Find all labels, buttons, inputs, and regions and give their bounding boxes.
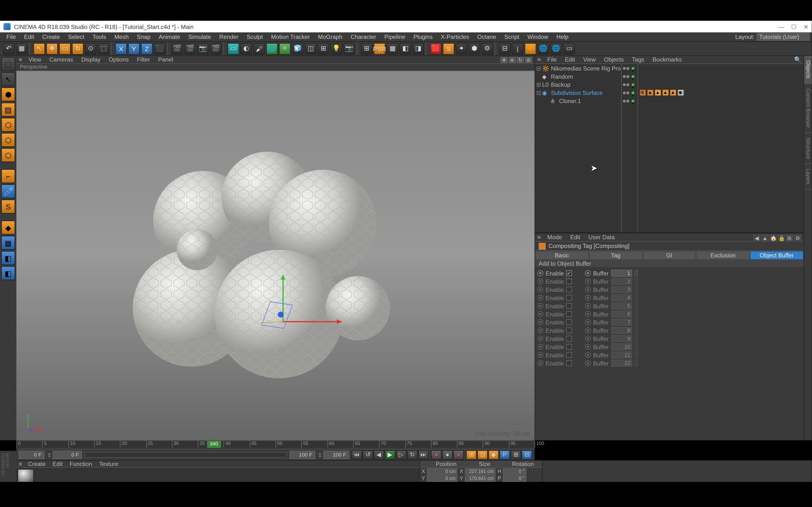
axis-x-button[interactable]: X xyxy=(115,43,127,54)
keymode-6-button[interactable]: ⊟ xyxy=(522,450,532,460)
last-tool[interactable]: ⊙ xyxy=(85,43,96,54)
axis-y-button[interactable]: Y xyxy=(128,43,140,54)
render-view-button[interactable]: 🎬 xyxy=(171,43,183,54)
obj-search-icon[interactable]: 🔍 xyxy=(794,56,801,63)
attr-tab-gi[interactable]: GI xyxy=(643,251,696,260)
mat-menu-create[interactable]: Create xyxy=(24,461,49,467)
obj-menu-tags[interactable]: Tags xyxy=(628,56,648,63)
buffer-enable-checkbox[interactable] xyxy=(566,295,572,300)
buffer-id-radio[interactable] xyxy=(585,320,591,325)
buffer-id-radio[interactable] xyxy=(585,278,591,284)
right-tab-structure[interactable]: Structure xyxy=(804,133,812,164)
buffer-enable-radio[interactable] xyxy=(538,336,543,341)
buffer-enable-checkbox[interactable] xyxy=(566,270,572,276)
buffer-spinner[interactable] xyxy=(635,311,638,318)
menu-sculpt[interactable]: Sculpt xyxy=(243,34,267,40)
buffer-id-field[interactable] xyxy=(611,270,632,277)
axis-z-button[interactable]: Z xyxy=(141,43,152,54)
tree-vis-toggle[interactable]: ✓ xyxy=(621,80,637,89)
render-pv-button[interactable]: 📷 xyxy=(197,43,209,54)
buffer-enable-checkbox[interactable] xyxy=(566,352,572,358)
deformer-button[interactable]: ⚛ xyxy=(279,43,291,54)
buffer-id-field[interactable] xyxy=(611,343,632,350)
tree-item-random[interactable]: ◆Random xyxy=(535,72,621,80)
coord-system-button[interactable]: ⬛ xyxy=(154,43,165,54)
menu-edit[interactable]: Edit xyxy=(20,34,39,40)
buffer-enable-radio[interactable] xyxy=(538,311,543,317)
prev-key-button[interactable]: ↺ xyxy=(362,450,373,460)
buffer-id-field[interactable] xyxy=(611,278,632,285)
lt-snap-button[interactable]: S xyxy=(1,200,15,214)
menu-render[interactable]: Render xyxy=(215,34,242,40)
buffer-id-field[interactable] xyxy=(611,286,632,293)
buffer-id-radio[interactable] xyxy=(585,336,591,341)
timeline[interactable]: 0510152025303540455055606570758085909510… xyxy=(16,440,535,450)
pos-x-field[interactable] xyxy=(427,468,457,475)
attr-tab-object-buffer[interactable]: Object Buffer xyxy=(750,251,804,260)
menu-animate[interactable]: Animate xyxy=(155,34,185,40)
next-key-button[interactable]: ↻ xyxy=(407,450,418,460)
tree-item-cloner-1[interactable]: ⋔Cloner.1 xyxy=(535,97,621,105)
buffer-id-radio[interactable] xyxy=(585,352,591,358)
frame-start-field[interactable] xyxy=(18,451,44,459)
menu-mograph[interactable]: MoGraph xyxy=(314,34,347,40)
keymode-5-button[interactable]: ⊞ xyxy=(511,450,521,460)
buffer-enable-checkbox[interactable] xyxy=(566,328,572,333)
buffer-enable-checkbox[interactable] xyxy=(566,320,572,325)
buffer-enable-radio[interactable] xyxy=(538,352,543,358)
vp-layout-icon[interactable]: ⊞ xyxy=(525,57,532,62)
obj-menu-view[interactable]: View xyxy=(579,56,600,63)
lt-mesh-mode[interactable]: ▨ xyxy=(1,103,15,117)
frame-current-field[interactable] xyxy=(53,451,82,459)
obj-menu-file[interactable]: File xyxy=(543,56,561,63)
mograph-button[interactable]: ⊞ xyxy=(317,43,329,54)
buffer-id-radio[interactable] xyxy=(585,360,591,366)
attr-tab-basic[interactable]: Basic xyxy=(535,251,589,260)
attr-menu-mode[interactable]: Mode xyxy=(543,234,566,240)
lt-model-mode[interactable]: ⬚ xyxy=(1,57,15,71)
key-button-1[interactable]: ▦ xyxy=(387,43,398,54)
tree-item-nikomedias-scene-rig-pro[interactable]: ⊟🔆Nikomedias Scene Rig Pro xyxy=(535,64,621,72)
panel-button-5[interactable]: 🌐 xyxy=(550,43,562,54)
vp-menu-panel[interactable]: Panel xyxy=(154,56,177,63)
rotate-tool[interactable]: ↻ xyxy=(72,43,84,54)
obj-menu-objects[interactable]: Objects xyxy=(600,56,628,63)
tree-vis-toggle[interactable]: ✓ xyxy=(621,72,637,80)
buffer-enable-checkbox[interactable] xyxy=(566,303,572,309)
buffer-enable-checkbox[interactable] xyxy=(566,344,572,350)
object-tag-icon[interactable]: ▲ xyxy=(669,89,676,96)
menu-file[interactable]: File xyxy=(2,34,20,40)
buffer-enable-radio[interactable] xyxy=(538,303,543,309)
attr-menu-userdata[interactable]: User Data xyxy=(585,234,619,240)
right-tab-objects[interactable]: Objects xyxy=(804,56,812,83)
key-button-2[interactable]: ◧ xyxy=(400,43,411,54)
object-tree[interactable]: ⊟🔆Nikomedias Scene Rig Pro◆Random⊞L0Back… xyxy=(535,64,804,233)
tree-vis-toggle[interactable]: ✓ xyxy=(621,89,637,97)
minimize-button[interactable]: — xyxy=(778,23,784,30)
camera-button[interactable]: 📷 xyxy=(343,43,355,54)
frame-end-field[interactable] xyxy=(290,451,315,459)
vp-pan-icon[interactable]: ✥ xyxy=(501,57,508,62)
buffer-id-radio[interactable] xyxy=(585,287,591,292)
maximize-button[interactable]: ☐ xyxy=(791,23,797,30)
lt-grid-button[interactable]: ▦ xyxy=(1,236,15,250)
lt-poly-mode[interactable]: ⬡ xyxy=(1,148,15,162)
keymode-2-button[interactable]: ⊡ xyxy=(477,450,488,460)
pos-y-field[interactable] xyxy=(427,475,457,482)
buffer-spinner[interactable] xyxy=(635,351,638,358)
psr-rec-button[interactable]: PSR xyxy=(373,43,385,54)
hex-button[interactable]: ⬢ xyxy=(468,43,480,54)
lt-workplane-button[interactable]: ◆ xyxy=(1,221,15,235)
buffer-id-radio[interactable] xyxy=(585,311,591,317)
buffer-id-radio[interactable] xyxy=(585,344,591,350)
menu-mesh[interactable]: Mesh xyxy=(110,34,133,40)
buffer-enable-checkbox[interactable] xyxy=(566,336,572,341)
buffer-enable-radio[interactable] xyxy=(538,328,543,333)
layout-dropdown[interactable]: Tutorials (User) xyxy=(757,33,809,41)
buffer-enable-radio[interactable] xyxy=(538,270,543,276)
material-thumbnail[interactable] xyxy=(18,469,34,483)
lt-panel-right-button[interactable]: ◧ xyxy=(1,266,15,280)
buffer-spinner[interactable] xyxy=(635,319,638,326)
buffer-id-radio[interactable] xyxy=(585,295,591,300)
buffer-enable-radio[interactable] xyxy=(538,344,543,350)
